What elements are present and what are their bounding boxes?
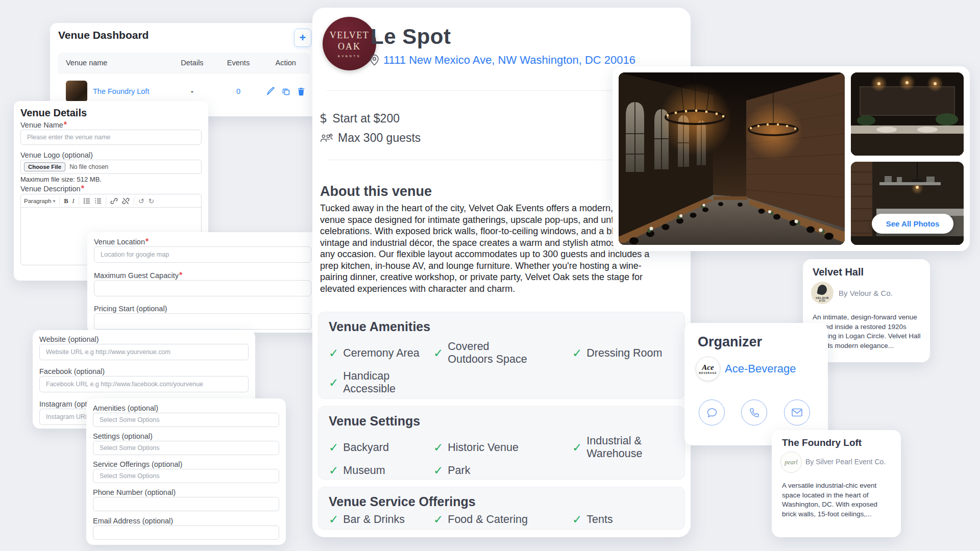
setting-item: ✓Industrial & Warehouse: [572, 435, 684, 460]
service-offerings-label: Service Offerings (optional): [93, 460, 182, 468]
copy-icon[interactable]: [282, 87, 290, 96]
venue-logo-file-field: Choose File No file chosen: [20, 160, 202, 174]
email-button[interactable]: [784, 399, 810, 425]
link-icon[interactable]: [110, 197, 118, 205]
ace-beverage-logo: Ace BEVERAGE: [696, 357, 720, 381]
amenity-item: ✓Handicap Accessible: [329, 370, 433, 395]
venue-description-label: Venue Description: [20, 185, 81, 193]
column-header-details: Details: [169, 53, 215, 73]
max-guest-capacity-input[interactable]: [100, 284, 306, 292]
amenity-item: ✓Dressing Room: [572, 340, 684, 366]
italic-button[interactable]: I: [72, 197, 75, 205]
dollar-icon: $: [320, 111, 327, 126]
pricing-start-input[interactable]: [100, 317, 306, 325]
venue-logo-label: Venue Logo (optional): [20, 151, 93, 159]
about-title: About this venue: [320, 184, 432, 199]
venue-amenities-section: Venue Amenities ✓Ceremony Area ✓Covered …: [318, 312, 685, 399]
paragraph-format-dropdown[interactable]: Paragraph▾: [24, 198, 55, 204]
leaf-icon: [817, 284, 828, 295]
card-byline: By Silver Pearl Event Co.: [805, 458, 886, 466]
setting-item: ✓Museum: [329, 464, 433, 477]
max-file-size-note: Maximum file size: 512 MB.: [20, 176, 202, 183]
card-title: The Foundry Loft: [782, 437, 862, 448]
setting-item: ✓Historic Venue: [433, 435, 572, 460]
see-all-photos-button[interactable]: See All Photos: [872, 214, 953, 234]
check-icon: ✓: [329, 514, 338, 525]
service-item: ✓Bar & Drinks: [329, 513, 433, 526]
email-address-input[interactable]: [99, 529, 274, 537]
venue-events-count[interactable]: 0: [215, 73, 262, 110]
website-input[interactable]: [45, 348, 243, 356]
setting-item: ✓Backyard: [329, 435, 433, 460]
check-icon: ✓: [433, 465, 443, 477]
settings-section-title: Venue Settings: [329, 414, 684, 429]
bullet-list-icon[interactable]: [83, 198, 90, 204]
page: Venue Dashboard + Venue name Details Eve…: [0, 0, 980, 551]
file-chosen-text: No file chosen: [69, 163, 108, 170]
edit-icon[interactable]: [266, 87, 275, 96]
venue-photo-main[interactable]: [619, 72, 845, 245]
service-item: ✓Tents: [572, 513, 684, 526]
column-header-venue-name: Venue name: [58, 53, 169, 73]
amenities-select[interactable]: [99, 416, 274, 424]
call-button[interactable]: [741, 399, 767, 425]
amenities-section-title: Venue Amenities: [329, 319, 684, 334]
delete-icon[interactable]: [297, 87, 305, 96]
website-label: Website (optional): [39, 335, 99, 343]
venue-thumbnail: [66, 81, 87, 102]
undo-icon[interactable]: ↺: [138, 197, 144, 205]
numbered-list-icon[interactable]: [94, 198, 102, 204]
location-pin-icon: [370, 55, 379, 66]
phone-number-label: Phone Number (optional): [93, 488, 176, 496]
bold-button[interactable]: B: [64, 197, 68, 205]
settings-select[interactable]: [99, 444, 274, 452]
check-icon: ✓: [572, 442, 582, 454]
venue-price-row: $ Start at $200: [320, 111, 400, 126]
check-icon: ✓: [329, 465, 338, 477]
plus-icon: +: [300, 31, 306, 44]
venue-name-field-wrap: [20, 130, 202, 145]
facebook-input[interactable]: [45, 380, 243, 388]
check-icon: ✓: [329, 377, 338, 389]
phone-icon: [749, 407, 760, 418]
max-guest-capacity-label: Maximum Guest Capacity: [94, 271, 179, 280]
check-icon: ✓: [433, 347, 443, 359]
velour-co-logo: VELOUR & CO.: [811, 282, 834, 304]
venue-location-label: Venue Location: [94, 238, 145, 246]
organizer-title: Organizer: [698, 334, 762, 350]
check-icon: ✓: [433, 514, 443, 525]
editor-toolbar: Paragraph▾ B I ↺ ↻: [20, 194, 202, 208]
add-venue-button[interactable]: +: [294, 29, 311, 47]
check-icon: ✓: [572, 347, 582, 359]
venue-extras-form: Amenities (optional) Settings (optional)…: [86, 398, 286, 545]
venue-name-input[interactable]: [26, 133, 196, 141]
venue-address-link[interactable]: 1111 New Mexico Ave, NW Washington, DC 2…: [383, 54, 635, 67]
venue-settings-section: Venue Settings ✓Backyard ✓Historic Venue…: [318, 406, 685, 480]
venue-location-input[interactable]: [100, 251, 306, 259]
pricing-start-label: Pricing Start (optional): [94, 305, 167, 313]
service-item: ✓Food & Catering: [433, 513, 572, 526]
venue-capacity: Max 300 guests: [338, 131, 421, 145]
venue-services-section: Venue Service Offerings ✓Bar & Drinks ✓F…: [318, 487, 685, 530]
setting-item: ✓Park: [433, 464, 572, 477]
chat-button[interactable]: [699, 399, 725, 425]
foundry-loft-card[interactable]: The Foundry Loft pearl By Silver Pearl E…: [772, 430, 901, 537]
silver-pearl-logo: pearl: [780, 452, 802, 473]
card-title: Velvet Hall: [813, 266, 864, 278]
check-icon: ✓: [572, 514, 582, 525]
photo-gallery: See All Photos: [612, 66, 970, 251]
phone-number-input[interactable]: [99, 500, 274, 508]
card-byline: By Velour & Co.: [839, 289, 893, 297]
venue-photo-main-art: [619, 72, 845, 245]
organizer-name-link[interactable]: Ace-Beverage: [725, 362, 796, 375]
about-text: Tucked away in the heart of the city, Ve…: [320, 203, 657, 294]
redo-icon[interactable]: ↻: [149, 197, 155, 205]
guests-icon: [320, 133, 333, 143]
venue-photo-secondary[interactable]: [851, 72, 964, 156]
choose-file-button[interactable]: Choose File: [24, 162, 65, 171]
unlink-icon[interactable]: [122, 197, 130, 205]
column-header-events: Events: [215, 53, 262, 73]
venue-capacity-row: Max 300 guests: [320, 131, 421, 145]
service-offerings-select[interactable]: [99, 472, 274, 480]
venue-name-link[interactable]: The Foundry Loft: [93, 87, 149, 95]
